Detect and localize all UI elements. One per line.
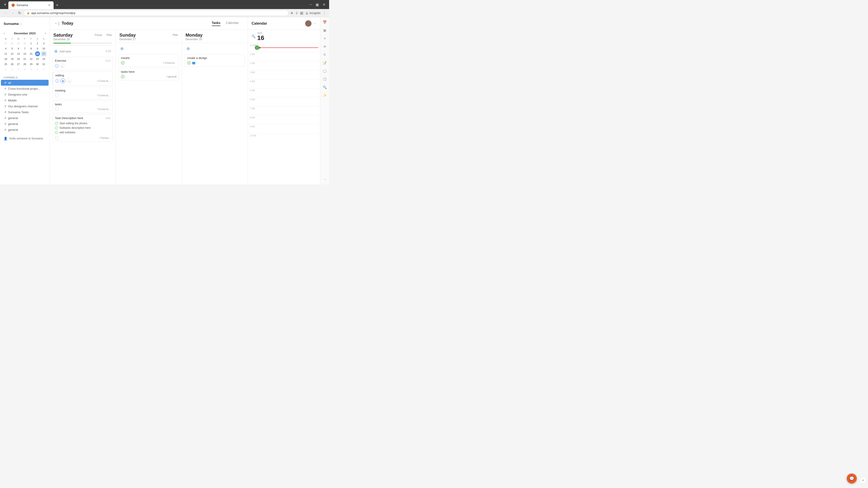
cal-next-btn[interactable]: › — [44, 31, 47, 35]
cal-day[interactable]: 1 — [29, 41, 34, 46]
cal-day[interactable]: 27 — [3, 41, 8, 46]
cal-day[interactable]: 27 — [16, 62, 21, 67]
cal-prev-btn[interactable]: ‹ — [3, 31, 6, 35]
sidebar-logo[interactable]: Sunsama ⌄ — [0, 20, 50, 29]
cal-day[interactable]: 29 — [29, 62, 34, 67]
cal-day[interactable]: 29 — [16, 41, 21, 46]
cal-day[interactable]: 26 — [10, 62, 15, 67]
download-btn[interactable]: ⇓ — [295, 11, 298, 15]
sparkle-icon[interactable]: ✨ — [322, 92, 328, 98]
task-card-tasks-sat[interactable]: tasks # Cross-fu... — [53, 101, 113, 113]
focus-link[interactable]: Focus — [95, 33, 102, 37]
editing-check[interactable]: ✓ — [55, 79, 59, 83]
url-field[interactable]: 🔒 app.sunsama.com/group/moodjoy — [24, 10, 288, 16]
cal-day[interactable]: 4 — [3, 46, 8, 51]
sidebar-item-general1[interactable]: # general — [1, 115, 49, 121]
sidebar-item-general3[interactable]: # general — [1, 127, 49, 133]
tasks-check[interactable] — [55, 107, 59, 111]
menu-btn[interactable]: ⋮ — [322, 11, 327, 15]
new-tab-btn[interactable]: + — [54, 1, 61, 9]
search-icon[interactable]: 🔍 — [322, 84, 328, 90]
cal-day[interactable]: 19 — [10, 57, 15, 61]
cal-day[interactable]: 6 — [16, 46, 21, 51]
tab-list-btn[interactable]: ▼ — [4, 3, 6, 6]
cal-icon[interactable]: 📅 — [322, 19, 328, 25]
exercise-check[interactable]: ✓ — [55, 64, 59, 68]
table-icon[interactable]: ≡ — [322, 35, 328, 41]
tasks-here-check[interactable]: ✓ — [121, 75, 125, 78]
user-avatar[interactable] — [305, 20, 311, 27]
back-nav-btn[interactable]: ← — [3, 10, 8, 16]
cal-day[interactable]: 8 — [29, 46, 34, 51]
tab-calendar[interactable]: Calendar — [226, 21, 239, 26]
editing-action-btn[interactable]: ◆ — [60, 78, 65, 84]
cal-day[interactable]: 31 — [41, 62, 46, 67]
subtask-check-1[interactable]: ✓ — [55, 122, 58, 125]
tab-close-btn[interactable]: ✕ — [48, 4, 51, 7]
expand-right-btn[interactable]: → — [322, 176, 328, 183]
forward-nav-btn[interactable]: → — [10, 10, 16, 16]
sidebar-item-sunsama-tasks[interactable]: # Sunsama Tasks — [1, 109, 49, 115]
cal-day[interactable]: 6 — [35, 67, 40, 72]
cal-day[interactable]: 30 — [35, 62, 40, 67]
sidebar-item-our-designers[interactable]: # Our designers channel — [1, 103, 49, 109]
cal-day[interactable]: 11 — [3, 51, 8, 56]
today-btn[interactable]: Today — [62, 21, 73, 26]
cal-day[interactable]: 2 — [35, 41, 40, 46]
travels-check[interactable]: ✓ — [121, 61, 125, 65]
cal-day[interactable]: 30 — [22, 41, 27, 46]
desc-check[interactable] — [55, 136, 59, 140]
sidebar-item-general2[interactable]: # general — [1, 121, 49, 127]
cal-day[interactable]: 22 — [29, 57, 34, 61]
task-card-travels[interactable]: travels ✓ # Cross-fu... — [119, 54, 179, 67]
minimize-btn[interactable]: ─ — [309, 2, 312, 6]
add-task-sunday[interactable]: ⊕ — [119, 45, 179, 53]
sync-icon[interactable]: ↻ — [322, 52, 328, 58]
nav-back-btn[interactable]: ←| — [54, 21, 59, 26]
task-card-description[interactable]: Task Description here 0:05 ✓ Start editi… — [53, 114, 113, 142]
cal-day[interactable]: 7 — [22, 46, 27, 51]
cal-day[interactable]: 10 — [41, 46, 46, 51]
cal-day[interactable]: 4 — [22, 67, 27, 72]
cal-day[interactable]: 7 — [41, 67, 46, 72]
cal-day[interactable]: 12 — [10, 51, 15, 56]
task-card-exercise[interactable]: Exercise 0:15 ✓ △ — [53, 57, 113, 70]
sidebar-item-cross-functional[interactable]: # Cross-functional projec... — [1, 86, 49, 92]
cal-day[interactable]: 18 — [3, 57, 8, 61]
notebook-icon[interactable]: 📝 — [322, 60, 328, 66]
cal-day[interactable]: 28 — [22, 62, 27, 67]
mail-icon[interactable]: ✉ — [322, 43, 328, 50]
cal-day[interactable]: 5 — [10, 46, 15, 51]
cal-day[interactable]: 15 — [29, 51, 34, 56]
cal-day[interactable]: 2 — [10, 67, 15, 72]
browser-tab-active[interactable]: Sunsama ✕ — [8, 1, 54, 9]
sidebar-item-middle[interactable]: # Middle — [1, 97, 49, 103]
cal-day[interactable]: 23 — [35, 57, 40, 61]
location-icon[interactable]: ◯ — [322, 68, 328, 74]
cal-day[interactable]: 5 — [29, 67, 34, 72]
cal-day[interactable]: 1 — [3, 67, 8, 72]
invite-btn[interactable]: 👤 Invite someone to Sunsama — [0, 135, 50, 142]
cal-day[interactable]: 20 — [16, 57, 21, 61]
restore-btn[interactable]: ▣ — [315, 2, 319, 7]
plan-link-sun[interactable]: Plan — [173, 33, 178, 37]
tab-tasks[interactable]: Tasks — [212, 21, 221, 26]
cal-day[interactable]: 14 — [22, 51, 27, 56]
cal-day[interactable]: 3 — [41, 41, 46, 46]
exercise-time-icon[interactable]: △ — [60, 64, 64, 68]
cal-day[interactable]: 24 — [41, 57, 46, 61]
reload-btn[interactable]: ↻ — [17, 10, 22, 16]
add-task-saturday[interactable]: ⊕ Add task 0:55 — [53, 47, 113, 55]
clock-icon[interactable]: 🕐 — [322, 76, 328, 82]
cal-day[interactable]: 9 — [35, 46, 40, 51]
cal-zoom-icon[interactable]: 🔍 — [252, 35, 255, 38]
task-card-tasks-here[interactable]: tasks here ✓ # general — [119, 68, 179, 80]
task-card-meeting[interactable]: meeting # Cross-fu... — [53, 87, 113, 99]
editing-time-btn[interactable]: △ — [67, 78, 72, 84]
add-task-monday[interactable]: ⊕ — [185, 45, 245, 53]
task-card-editing[interactable]: editing ✓ ◆ △ # Cross-fu... — [53, 72, 113, 86]
sidebar-item-all[interactable]: # all — [1, 80, 49, 86]
subtask-check-2[interactable]: ✓ — [55, 126, 58, 129]
subtask-check-3[interactable]: ✓ — [55, 131, 58, 134]
expand-panel-btn[interactable]: → — [313, 22, 316, 25]
